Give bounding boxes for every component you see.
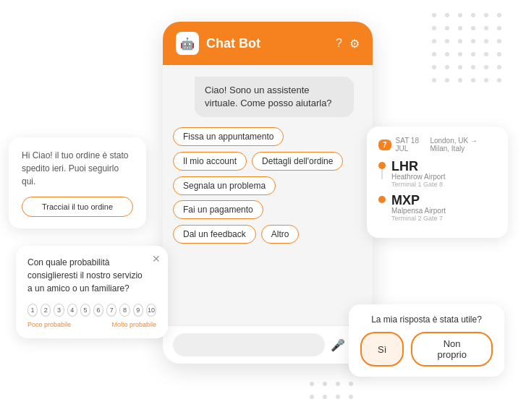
chip-feedback[interactable]: Dal un feedback [173, 225, 256, 244]
nps-label-low: Poco probabile [27, 321, 71, 328]
flight-dest: MXP Malpensa Airport Terminal 2 Gate 7 [378, 194, 496, 222]
chip-appointment[interactable]: Fissa un appuntamento [173, 127, 284, 146]
origin-terminal: Terminal 1 Gate 8 [391, 181, 445, 188]
help-icon[interactable]: ? [336, 37, 342, 51]
chat-input[interactable] [173, 333, 325, 356]
microphone-icon[interactable]: 🎤 [331, 338, 345, 352]
flight-line [381, 169, 383, 179]
nps-number-1[interactable]: 1 [27, 304, 38, 317]
nps-card: ✕ Con quale probabilità consiglieresti i… [16, 246, 168, 338]
nps-labels: Poco probabile Molto probabile [27, 321, 156, 328]
chat-greeting: Ciao! Sono un assistente virtuale. Come … [195, 77, 354, 117]
origin-dot [378, 162, 386, 169]
feedback-question: La mia risposta è stata utile? [360, 314, 493, 325]
nps-number-7[interactable]: 7 [106, 304, 116, 317]
chatbot-header-actions: ? ⚙ [336, 37, 360, 51]
flight-badge: 7 [378, 140, 391, 150]
chip-order-details[interactable]: Dettagli dell'ordine [252, 152, 343, 171]
flight-card: 7 SAT 18 JUL London, UK → Milan, Italy L… [367, 127, 508, 238]
track-order-button[interactable]: Tracciai il tuo ordine [22, 197, 133, 217]
dest-code: MXP [391, 194, 446, 207]
chip-account[interactable]: Il mio account [173, 152, 247, 171]
flight-origin: LHR Heathrow Airport Terminal 1 Gate 8 [378, 160, 496, 188]
chatbot-header: 🤖 Chat Bot ? ⚙ [163, 22, 373, 65]
nps-number-8[interactable]: 8 [119, 304, 130, 317]
dest-terminal: Terminal 2 Gate 7 [391, 215, 446, 222]
nps-label-high: Molto probabile [111, 321, 156, 328]
nps-number-10[interactable]: 10 [146, 304, 156, 317]
chatbot-title: Chat Bot [206, 36, 328, 51]
flight-date: SAT 18 JUL [396, 137, 426, 153]
chip-other[interactable]: Altro [261, 225, 300, 244]
chips-row-1: Fissa un appuntamento [173, 127, 362, 146]
dest-airport: Malpensa Airport [391, 207, 446, 215]
chip-payment[interactable]: Fai un pagamento [173, 200, 263, 219]
nps-number-9[interactable]: 9 [133, 304, 143, 317]
origin-info: LHR Heathrow Airport Terminal 1 Gate 8 [391, 160, 445, 188]
chips-row-3: Segnala un problema Fai un pagamento [173, 176, 362, 219]
nps-close-icon[interactable]: ✕ [152, 253, 161, 265]
decorative-dots-top: const dg = document.querySelector('.dot-… [432, 13, 504, 85]
flight-route: London, UK → Milan, Italy [430, 137, 496, 153]
flight-header: 7 SAT 18 JUL London, UK → Milan, Italy [378, 137, 496, 153]
nps-question: Con quale probabilità consiglieresti il … [27, 256, 156, 295]
origin-airport: Heathrow Airport [391, 173, 445, 181]
feedback-no-button[interactable]: Non proprio [411, 332, 493, 367]
nps-number-5[interactable]: 5 [80, 304, 90, 317]
nps-number-2[interactable]: 2 [41, 304, 51, 317]
origin-code: LHR [391, 160, 445, 173]
feedback-yes-button[interactable]: Sì [360, 332, 404, 367]
order-tracking-card: Hi Ciao! il tuo ordine è stato spedito i… [9, 137, 146, 228]
settings-icon[interactable]: ⚙ [349, 37, 360, 51]
feedback-buttons: Sì Non proprio [360, 332, 493, 367]
chatbot-icon: 🤖 [176, 32, 199, 55]
chat-message-wrap: Ciao! Sono un assistente virtuale. Come … [173, 77, 362, 117]
nps-numbers: 12345678910 [27, 304, 156, 317]
chatbot-body: Ciao! Sono un assistente virtuale. Come … [163, 65, 373, 325]
chips-row-2: Il mio account Dettagli dell'ordine [173, 152, 362, 171]
chatbot-footer: 🎤 ⋮ [163, 325, 373, 364]
nps-number-4[interactable]: 4 [67, 304, 77, 317]
dest-info: MXP Malpensa Airport Terminal 2 Gate 7 [391, 194, 446, 222]
feedback-card: La mia risposta è stata utile? Sì Non pr… [349, 304, 504, 377]
chatbot-phone: 🤖 Chat Bot ? ⚙ Ciao! Sono un assistente … [163, 22, 373, 364]
chip-report-problem[interactable]: Segnala un problema [173, 176, 276, 195]
nps-number-6[interactable]: 6 [93, 304, 103, 317]
nps-number-3[interactable]: 3 [54, 304, 64, 317]
decorative-dots-bottom [310, 382, 356, 402]
chips-row-4: Dal un feedback Altro [173, 225, 362, 244]
dest-dot [378, 196, 386, 203]
order-card-text: Hi Ciao! il tuo ordine è stato spedito i… [22, 149, 133, 188]
